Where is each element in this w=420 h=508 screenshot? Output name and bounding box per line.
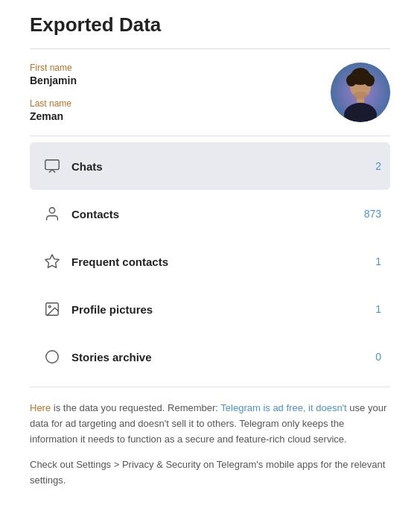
page-title: Exported Data [30, 13, 390, 36]
stories-icon [39, 343, 66, 370]
chats-label: Chats [71, 160, 369, 173]
profile-section: First name Benjamin Last name Zeman [30, 49, 390, 136]
profile-fields: First name Benjamin Last name Zeman [30, 63, 77, 122]
menu-item-chats[interactable]: Chats 2 [30, 142, 390, 190]
menu-item-frequent-contacts[interactable]: Frequent contacts 1 [30, 238, 390, 285]
last-name-group: Last name Zeman [30, 98, 77, 122]
contacts-count: 873 [364, 208, 381, 220]
last-name-label: Last name [30, 98, 77, 109]
contacts-label: Contacts [71, 208, 358, 220]
svg-point-6 [351, 68, 369, 81]
chats-count: 2 [375, 160, 381, 172]
first-name-label: First name [30, 63, 77, 73]
profile-pictures-count: 1 [375, 303, 381, 315]
frequent-contacts-label: Frequent contacts [71, 255, 369, 268]
chat-icon [39, 153, 66, 180]
star-icon [39, 248, 66, 275]
menu-item-contacts[interactable]: Contacts 873 [30, 190, 390, 238]
avatar [331, 63, 390, 122]
svg-point-9 [353, 92, 368, 99]
stories-archive-label: Stories archive [71, 351, 369, 363]
footer-text-2: Check out Settings > Privacy & Security … [30, 457, 390, 489]
first-name-group: First name Benjamin [30, 63, 77, 86]
profile-pictures-label: Profile pictures [71, 303, 369, 316]
page-container: Exported Data First name Benjamin Last n… [0, 0, 420, 508]
svg-point-14 [48, 305, 51, 308]
footer-section: Here is the data you requested. Remember… [30, 387, 390, 489]
last-name-value: Zeman [30, 110, 77, 122]
svg-rect-10 [45, 160, 59, 170]
footer-text-1: Here is the data you requested. Remember… [30, 401, 390, 447]
footer-highlight: Here [30, 402, 51, 413]
avatar-image [331, 63, 390, 122]
first-name-value: Benjamin [30, 74, 77, 86]
svg-marker-12 [45, 255, 59, 267]
menu-item-stories-archive[interactable]: Stories archive 0 [30, 333, 390, 381]
menu-item-profile-pictures[interactable]: Profile pictures 1 [30, 285, 390, 333]
svg-point-15 [46, 351, 59, 363]
image-icon [39, 296, 66, 323]
svg-point-11 [49, 208, 54, 213]
contacts-icon [39, 200, 66, 227]
stories-archive-count: 0 [375, 351, 381, 363]
menu-section: Chats 2 Contacts 873 Frequent contacts 1 [30, 136, 390, 387]
frequent-contacts-count: 1 [375, 255, 381, 267]
